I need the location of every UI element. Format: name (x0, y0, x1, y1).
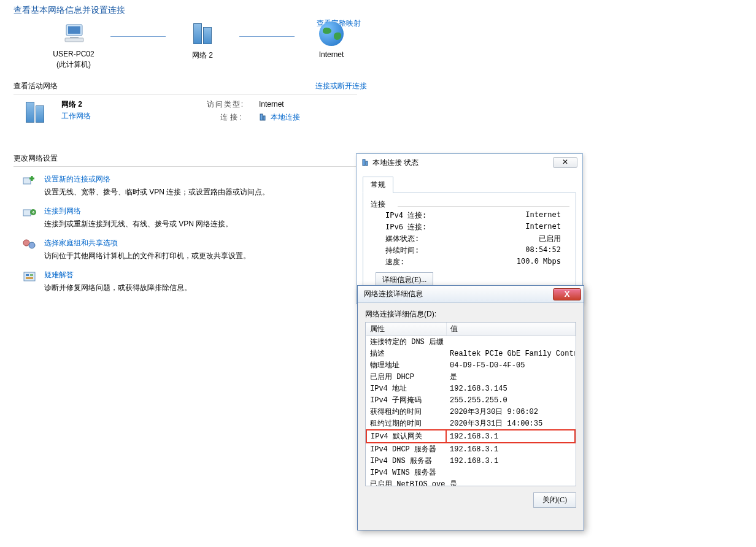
map-node-computer-label: USER-PC02 (37, 49, 110, 59)
status-value: 08:54:52 (525, 245, 561, 256)
svg-rect-15 (363, 159, 365, 166)
change-link[interactable]: 选择家庭组和共享选项 (44, 238, 250, 248)
value-cell: Realtek PCIe GbE Family Contro (446, 348, 575, 359)
network-icon (190, 21, 215, 47)
globe-icon (319, 21, 344, 46)
prop-cell: IPv4 默认网关 (366, 430, 446, 443)
value-cell: 255.255.255.0 (446, 394, 575, 406)
svg-rect-13 (30, 274, 33, 276)
change-settings-label: 更改网络设置 (14, 154, 58, 163)
prop-cell: IPv4 DNS 服务器 (366, 455, 446, 467)
svg-rect-5 (263, 116, 265, 120)
change-desc: 诊断并修复网络问题，或获得故障排除信息。 (44, 283, 191, 293)
status-dialog: 本地连接 状态 ✕ 常规 连接 IPv4 连接:InternetIPv6 连接:… (356, 153, 583, 304)
value-cell: 192.168.3.145 (446, 383, 575, 394)
prop-cell: 物理地址 (366, 359, 446, 371)
value-cell: 192.168.3.1 (446, 443, 575, 455)
status-key: 持续时间: (385, 245, 419, 256)
svg-rect-11 (24, 272, 35, 281)
change-link[interactable]: 疑难解答 (44, 270, 191, 280)
status-key: 媒体状态: (385, 234, 419, 244)
prop-cell: 描述 (366, 348, 446, 359)
connection-label: 连接: (201, 112, 244, 123)
map-node-network-label: 网络 2 (166, 50, 239, 61)
svg-point-10 (29, 242, 35, 248)
details-table-scroll[interactable]: 属性 值 连接特定的 DNS 后缀描述Realtek PCIe GbE Fami… (365, 322, 576, 486)
details-dialog: 网络连接详细信息 X 网络连接详细信息(D): 属性 值 连接特定的 DNS 后… (357, 285, 584, 530)
status-value: Internet (525, 210, 561, 221)
details-dialog-title: 网络连接详细信息 (364, 289, 423, 299)
adapter-icon (361, 159, 369, 166)
connect-disconnect-link[interactable]: 连接或断开连接 (315, 81, 367, 91)
table-row[interactable]: 已启用 DHCP是 (366, 371, 575, 383)
network-profile-icon (22, 99, 48, 125)
status-close-button[interactable]: ✕ (553, 157, 577, 168)
status-key: 速度: (385, 257, 404, 267)
map-connector (239, 36, 295, 37)
status-value: 100.0 Mbps (517, 257, 561, 267)
table-row[interactable]: 租约过期的时间2020年3月31日 14:00:35 (366, 418, 575, 430)
value-cell: 192.168.3.1 (446, 455, 575, 467)
value-cell: 2020年3月31日 14:00:35 (446, 418, 575, 430)
change-desc: 访问位于其他网络计算机上的文件和打印机，或更改共享设置。 (44, 251, 250, 261)
table-row[interactable]: IPv4 子网掩码255.255.255.0 (366, 394, 575, 406)
details-x-close-button[interactable]: X (553, 288, 581, 300)
local-connection-link[interactable]: 本地连接 (271, 113, 300, 121)
value-cell (446, 336, 575, 348)
prop-cell: 已启用 NetBIOS ove... (366, 478, 446, 486)
change-desc: 连接到或重新连接到无线、有线、拨号或 VPN 网络连接。 (44, 219, 233, 229)
connection-group-label: 连接 (371, 199, 568, 210)
prop-cell: IPv4 子网掩码 (366, 394, 446, 406)
value-cell: 2020年3月30日 9:06:02 (446, 406, 575, 418)
change-desc: 设置无线、宽带、拨号、临时或 VPN 连接；或设置路由器或访问点。 (44, 187, 269, 197)
prop-cell: 获得租约的时间 (366, 406, 446, 418)
prop-cell: 已启用 DHCP (366, 371, 446, 383)
table-row[interactable]: IPv4 WINS 服务器 (366, 467, 575, 478)
table-row[interactable]: IPv4 地址192.168.3.145 (366, 383, 575, 394)
col-property[interactable]: 属性 (366, 323, 446, 336)
table-row[interactable]: 物理地址04-D9-F5-D0-4F-05 (366, 359, 575, 371)
table-row[interactable]: IPv4 DNS 服务器192.168.3.1 (366, 455, 575, 467)
tab-general[interactable]: 常规 (363, 177, 393, 193)
change-icon (22, 270, 38, 285)
details-close-button[interactable]: 关闭(C) (533, 492, 576, 508)
map-node-internet-label: Internet (295, 50, 368, 60)
svg-point-9 (23, 240, 29, 246)
value-cell: 是 (446, 478, 575, 486)
active-networks-label: 查看活动网络 (14, 81, 58, 91)
col-value[interactable]: 值 (446, 323, 575, 336)
status-value: Internet (525, 222, 561, 232)
network-type-link[interactable]: 工作网络 (61, 111, 91, 121)
status-key: IPv6 连接: (385, 222, 426, 232)
value-cell: 04-D9-F5-D0-4F-05 (446, 359, 575, 371)
svg-rect-3 (65, 38, 83, 42)
access-type-label: 访问类型: (201, 99, 244, 110)
svg-rect-1 (68, 26, 80, 34)
svg-rect-12 (26, 274, 29, 276)
table-row[interactable]: IPv4 默认网关192.168.3.1 (366, 430, 575, 443)
svg-rect-16 (366, 161, 368, 166)
status-value: 已启用 (539, 234, 561, 244)
table-row[interactable]: 获得租约的时间2020年3月30日 9:06:02 (366, 406, 575, 418)
prop-cell: 租约过期的时间 (366, 418, 446, 430)
page-title: 查看基本网络信息并设置连接 (14, 5, 756, 16)
svg-rect-4 (260, 114, 263, 120)
svg-rect-14 (26, 277, 33, 279)
change-icon (22, 238, 38, 253)
change-icon (22, 206, 38, 221)
value-cell (446, 467, 575, 478)
prop-cell: IPv4 WINS 服务器 (366, 467, 446, 478)
access-type-value: Internet (259, 100, 284, 109)
value-cell: 192.168.3.1 (446, 430, 575, 443)
table-row[interactable]: 已启用 NetBIOS ove...是 (366, 478, 575, 486)
computer-icon (59, 21, 88, 45)
status-key: IPv4 连接: (385, 210, 426, 221)
map-node-computer-sub: (此计算机) (37, 59, 110, 70)
prop-cell: 连接特定的 DNS 后缀 (366, 336, 446, 348)
table-row[interactable]: 描述Realtek PCIe GbE Family Contro (366, 348, 575, 359)
table-row[interactable]: 连接特定的 DNS 后缀 (366, 336, 575, 348)
prop-cell: IPv4 地址 (366, 383, 446, 394)
table-row[interactable]: IPv4 DHCP 服务器192.168.3.1 (366, 443, 575, 455)
change-link[interactable]: 连接到网络 (44, 206, 233, 216)
change-link[interactable]: 设置新的连接或网络 (44, 174, 269, 185)
